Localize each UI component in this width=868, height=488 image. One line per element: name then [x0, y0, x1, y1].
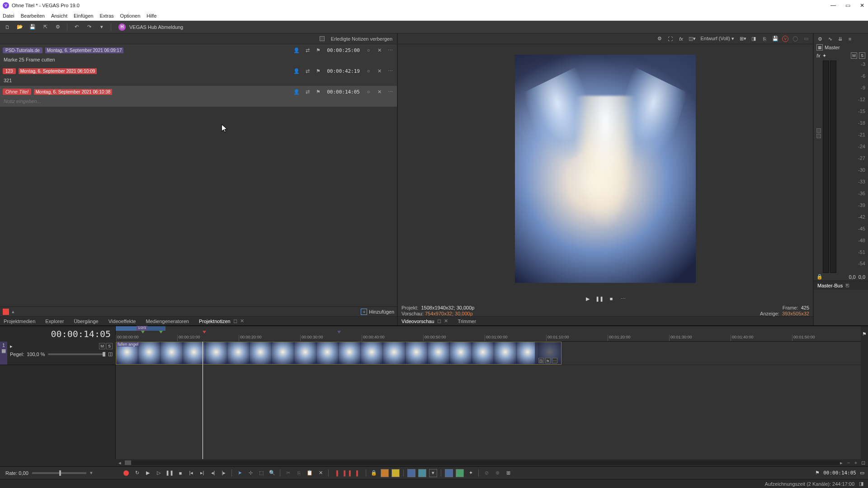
note-link-icon[interactable]: ⇄ — [303, 88, 311, 96]
master-automation-icon[interactable]: ✦ — [822, 53, 826, 59]
tab-undock-icon[interactable]: ◻ — [437, 318, 441, 324]
note-user-icon[interactable]: 👤 — [292, 88, 301, 96]
preview-settings-icon[interactable]: ⚙ — [656, 35, 664, 43]
preview-fx-icon[interactable]: fx — [677, 35, 685, 43]
close-button[interactable]: ✕ — [859, 2, 865, 9]
note-flag-icon[interactable]: ⚑ — [314, 88, 322, 96]
loop-button[interactable]: ↻ — [133, 469, 141, 477]
save-icon[interactable]: 💾 — [28, 23, 37, 32]
play-start-button[interactable]: ▶ — [144, 469, 152, 477]
undo-icon[interactable]: ↶ — [72, 23, 81, 32]
note-timecode[interactable]: 00:00:14:05 — [325, 89, 362, 95]
go-end-button[interactable]: ▸| — [198, 469, 206, 477]
note-flag-icon[interactable]: ⚑ — [314, 46, 322, 54]
go-start-button[interactable]: |◂ — [187, 469, 195, 477]
tab-undock-icon[interactable]: ◻ — [233, 318, 237, 324]
note-delete-icon[interactable]: ✕ — [375, 46, 383, 54]
note-flag-icon[interactable]: ⚑ — [314, 67, 322, 75]
note-item[interactable]: PSD-Tutorials.de Montag, 6. September 20… — [0, 44, 397, 65]
note-item[interactable]: Ohne Titel Montag, 6. September 2021 06:… — [0, 86, 397, 107]
tab-videovorschau[interactable]: Videovorschau — [401, 319, 434, 324]
auto-save-button[interactable] — [456, 469, 464, 477]
tab-videoeffekte[interactable]: Videoeffekte — [108, 319, 136, 324]
note-body[interactable]: Marke 25 Frame cutten — [0, 56, 397, 65]
rate-marker-icon[interactable]: ▾ — [90, 470, 93, 476]
preview-save-icon[interactable]: 💾 — [771, 35, 779, 43]
note-timecode[interactable]: 00:00:25:00 — [325, 47, 362, 53]
tab-close-icon[interactable]: ✕ — [444, 318, 448, 324]
hide-done-label[interactable]: Erledigte Notizen verbergen — [329, 36, 394, 42]
note-delete-icon[interactable]: ✕ — [375, 67, 383, 75]
redo-icon[interactable]: ↷ — [85, 23, 94, 32]
note-user-icon[interactable]: 👤 — [292, 67, 301, 75]
preview-external-icon[interactable]: ⛶ — [666, 35, 675, 43]
note-done-icon[interactable]: ○ — [364, 46, 373, 54]
open-icon[interactable]: 📂 — [15, 23, 24, 32]
track-solo-button[interactable]: S — [106, 343, 113, 349]
track-header[interactable]: 1 ▦ ▸ M S Pegel: 100,0 % — [0, 342, 115, 365]
note-timecode[interactable]: 00:00:42:19 — [325, 68, 362, 74]
color-dropdown-icon[interactable]: ▴ — [12, 309, 14, 314]
record-button[interactable] — [122, 469, 130, 477]
master-lock-icon[interactable]: 🔒 — [816, 274, 823, 280]
bottom-timecode[interactable]: 00:00:14:05 — [823, 470, 856, 476]
region-tool[interactable] — [392, 469, 400, 477]
step-fwd-button[interactable]: |▸ — [220, 469, 228, 477]
envelope-tool[interactable]: ⊹ — [246, 469, 255, 477]
event-pan-button[interactable]: ⊕ — [493, 469, 501, 477]
scroll-right-icon[interactable]: ▸ — [838, 460, 844, 466]
timeline-timecode-box[interactable]: 00:00:14:05 — [0, 326, 116, 342]
tab-trimmer[interactable]: Trimmer — [458, 319, 476, 324]
note-body-input[interactable]: Notiz eingeben... — [0, 98, 397, 107]
quantize-button[interactable] — [418, 469, 426, 477]
note-color-picker[interactable] — [3, 309, 9, 315]
menu-einfuegen[interactable]: Einfügen — [74, 13, 93, 19]
note-tag[interactable]: Ohne Titel — [3, 89, 31, 95]
pegel-value[interactable]: 100,0 % — [27, 352, 45, 357]
status-mode-icon[interactable]: ◨ — [858, 481, 864, 487]
preview-play-button[interactable]: ▶ — [584, 295, 591, 302]
master-downmix-icon[interactable]: ⇊ — [836, 35, 844, 42]
master-fx-icon[interactable]: fx — [816, 53, 821, 58]
auto-crossfade-button[interactable] — [445, 469, 453, 477]
bottom-view-icon[interactable]: ▭ — [860, 470, 864, 476]
track-automation-icon[interactable]: ◫ — [108, 351, 113, 357]
preview-overlay-icon[interactable]: ◨ — [750, 35, 758, 43]
trim-end-button[interactable]: ▌ — [354, 469, 362, 477]
hide-done-checkbox[interactable] — [320, 36, 325, 41]
tab-projektmedien[interactable]: Projektmedien — [4, 319, 35, 324]
preview-stop-button[interactable]: ■ — [608, 295, 615, 302]
fx-button[interactable]: ✦ — [467, 469, 475, 477]
cut-button[interactable]: ✂ — [284, 469, 292, 477]
properties-icon[interactable]: ⚙ — [53, 23, 62, 32]
zoom-in-icon[interactable]: + — [853, 460, 859, 466]
master-settings-icon[interactable]: ⚙ — [816, 35, 824, 42]
master-insert-icon[interactable]: ▦ — [816, 44, 823, 51]
play-button[interactable]: ▷ — [155, 469, 163, 477]
preview-pause-button[interactable]: ❚❚ — [596, 295, 603, 302]
hub-badge-icon[interactable]: H — [118, 23, 126, 31]
snap-button[interactable] — [407, 469, 415, 477]
render-icon[interactable]: ⇱ — [41, 23, 50, 32]
menu-extras[interactable]: Extras — [99, 13, 113, 19]
meter-peak-l[interactable] — [816, 128, 821, 133]
tab-explorer[interactable]: Explorer — [45, 319, 64, 324]
region-marker[interactable] — [146, 326, 165, 331]
video-clip[interactable]: fallen angel ◳ fx ⋯ — [116, 342, 561, 365]
note-tag[interactable]: PSD-Tutorials.de — [3, 47, 42, 53]
trim-start-button[interactable]: ▐ — [332, 469, 340, 477]
master-output-icon[interactable]: ≡ — [846, 35, 854, 42]
note-more-icon[interactable]: ⋯ — [386, 67, 394, 75]
selection-tool[interactable]: ⬚ — [257, 469, 265, 477]
level-slider[interactable] — [48, 353, 105, 355]
master-dim-icon[interactable]: ∿ — [826, 35, 834, 42]
bottom-flag-icon[interactable]: ⚑ — [815, 470, 820, 476]
timeline-hscroll[interactable]: ◂ ▸ − + ⊡ — [0, 459, 868, 466]
add-note-button[interactable]: + Hinzufügen — [361, 309, 394, 315]
undo-dropdown-icon[interactable]: ▾ — [97, 23, 106, 32]
tab-master-bus[interactable]: Master-Bus — [817, 283, 843, 288]
maximize-button[interactable]: ▭ — [844, 2, 851, 9]
menu-datei[interactable]: Datei — [3, 13, 14, 19]
marker-tool-icon[interactable]: ⚑ — [861, 326, 868, 342]
tab-projektnotizen[interactable]: Projektnotizen — [199, 319, 231, 324]
